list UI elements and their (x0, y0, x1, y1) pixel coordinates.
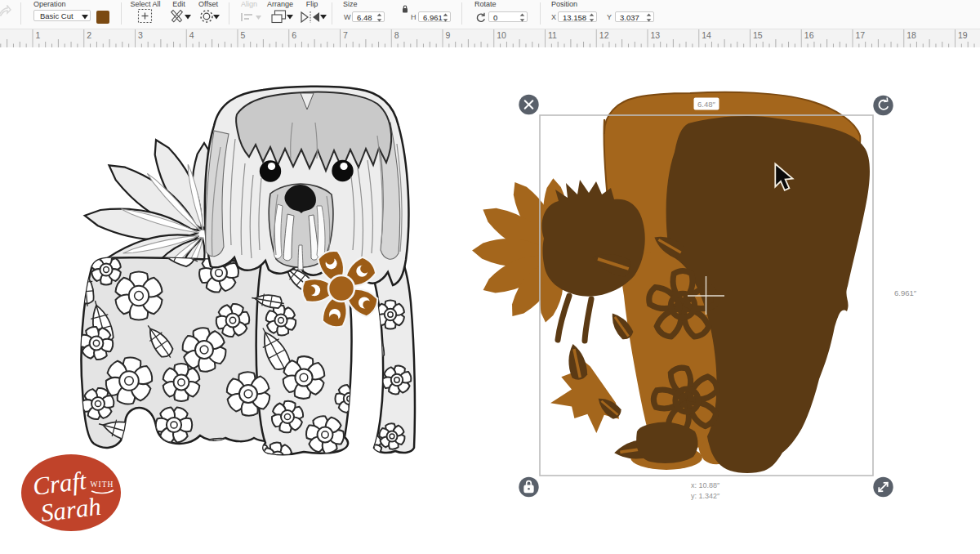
svg-text:13: 13 (651, 30, 661, 40)
svg-text:16: 16 (804, 30, 814, 40)
svg-text:WITH: WITH (91, 480, 114, 489)
svg-text:x: 10.88″: x: 10.88″ (691, 481, 720, 489)
svg-text:3: 3 (138, 30, 143, 40)
svg-text:y: 1.342″: y: 1.342″ (691, 492, 720, 500)
svg-text:9: 9 (446, 30, 451, 40)
svg-text:11: 11 (548, 30, 557, 40)
svg-text:18: 18 (906, 30, 916, 40)
svg-text:17: 17 (856, 30, 866, 40)
svg-text:6: 6 (292, 30, 296, 40)
svg-text:4: 4 (189, 30, 194, 40)
svg-text:15: 15 (753, 30, 763, 40)
svg-text:8: 8 (394, 30, 399, 40)
svg-text:12: 12 (599, 30, 609, 40)
svg-text:10: 10 (497, 30, 506, 40)
svg-text:2: 2 (87, 30, 91, 40)
svg-text:6.48″: 6.48″ (697, 100, 715, 109)
svg-text:5: 5 (241, 30, 246, 40)
svg-text:14: 14 (702, 30, 711, 40)
svg-text:6.961″: 6.961″ (894, 288, 917, 297)
svg-text:7: 7 (343, 30, 348, 40)
svg-text:1: 1 (36, 30, 41, 40)
svg-text:19: 19 (958, 30, 968, 40)
